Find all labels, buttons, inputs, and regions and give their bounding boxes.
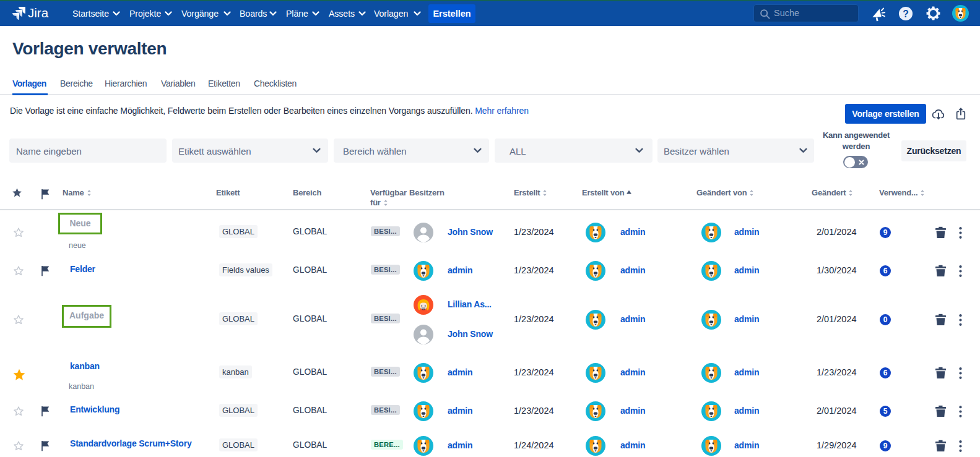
svg-text:?: ?	[903, 9, 909, 19]
